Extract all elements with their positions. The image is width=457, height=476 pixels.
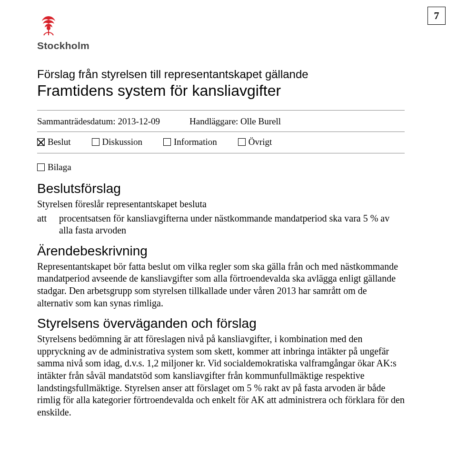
document-pretitle: Förslag från styrelsen till representant… [37, 68, 405, 81]
att-label: att [37, 213, 47, 237]
checkbox-label: Information [174, 137, 217, 147]
section-heading-styrelsen: Styrelsens överväganden och förslag [37, 316, 405, 331]
meta-row-checkboxes: Beslut Diskussion Information Övrigt [37, 132, 405, 149]
page-number: 7 [427, 7, 446, 25]
meeting-date: Sammanträdesdatum: 2013-12-09 [37, 116, 189, 127]
bilaga-label: Bilaga [48, 162, 71, 172]
section-heading-arendebeskrivning: Ärendebeskrivning [37, 243, 405, 259]
checkbox-ovrigt: Övrigt [238, 137, 272, 147]
att-text: procentsatsen för kansliavgifterna under… [59, 213, 405, 237]
checkbox-label: Beslut [48, 137, 71, 147]
att-row: att procentsatsen för kansliavgifterna u… [37, 213, 405, 237]
arende-text: Representantskapet bör fatta beslut om v… [37, 261, 405, 309]
checkbox-icon [37, 138, 45, 146]
checkbox-label: Övrigt [248, 137, 272, 147]
styrelsen-text: Styrelsens bedömning är att föreslagen n… [37, 333, 405, 418]
checkbox-beslut: Beslut [37, 137, 71, 147]
bilaga-row: Bilaga [37, 162, 405, 172]
logo-block: Stockholm [37, 13, 405, 51]
handler: Handläggare: Olle Burell [189, 116, 281, 127]
checkbox-icon [163, 138, 171, 146]
logo-text: Stockholm [37, 40, 89, 51]
checkbox-group: Beslut Diskussion Information Övrigt [37, 137, 272, 147]
checkbox-diskussion: Diskussion [92, 137, 142, 147]
meta-table: Sammanträdesdatum: 2013-12-09 Handläggar… [37, 110, 405, 153]
checkbox-icon [238, 138, 246, 146]
document-title: Framtidens system för kansliavgifter [37, 82, 405, 100]
checkbox-information: Information [163, 137, 217, 147]
checkbox-icon [92, 138, 99, 146]
checkbox-label: Diskussion [102, 137, 142, 147]
beslut-intro: Styrelsen föreslår representantskapet be… [37, 198, 405, 211]
rose-icon [37, 13, 60, 38]
checkbox-icon [37, 163, 45, 171]
section-heading-beslutsforslag: Beslutsförslag [37, 181, 405, 196]
svg-point-0 [47, 26, 50, 30]
meta-row-top: Sammanträdesdatum: 2013-12-09 Handläggar… [37, 114, 405, 129]
